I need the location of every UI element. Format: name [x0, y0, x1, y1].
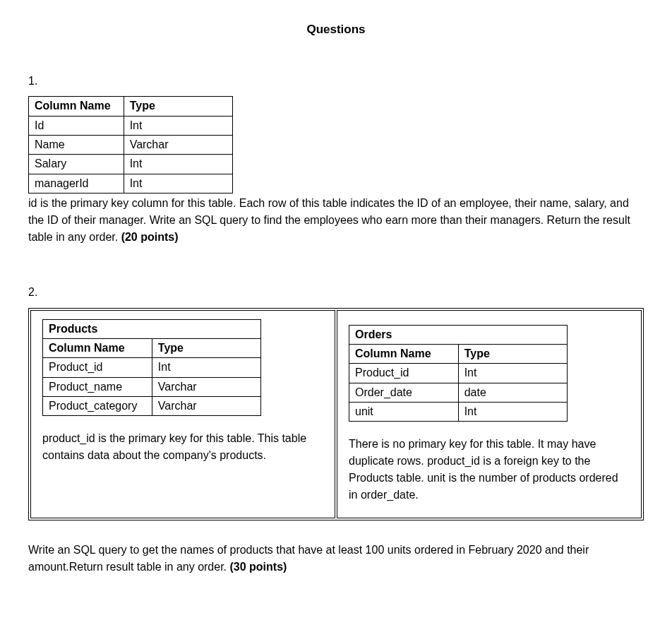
q2-orders-cell: Orders Column Name Type Product_id Int O…	[337, 310, 642, 519]
table-cell: date	[458, 383, 567, 402]
table-cell: Varchar	[124, 135, 232, 154]
q1-desc-text: id is the primary key column for this ta…	[28, 197, 630, 243]
q1-points: (20 points)	[121, 231, 179, 243]
table-header-cell: Column Name	[43, 338, 152, 357]
table-cell: Id	[29, 116, 124, 135]
table-cell: Salary	[29, 155, 124, 174]
table-row: Product_id Int	[349, 364, 568, 383]
table-cell: Product_id	[43, 358, 152, 377]
table-header-cell: Type	[458, 344, 567, 363]
table-cell: Varchar	[152, 377, 260, 396]
table-header-cell: Type	[124, 97, 232, 116]
table-title-cell: Orders	[349, 325, 568, 344]
table-row: managerId Int	[29, 174, 233, 193]
q2-points: (30 points)	[230, 561, 287, 573]
table-header-row: Column Name Type	[29, 97, 233, 116]
table-header-row: Column Name Type	[43, 338, 261, 357]
table-title-cell: Products	[43, 319, 261, 338]
table-cell: Int	[152, 358, 260, 377]
q2-desc-text: Write an SQL query to get the names of p…	[28, 544, 589, 573]
table-row: Name Varchar	[29, 135, 233, 154]
products-schema-table: Products Column Name Type Product_id Int…	[42, 319, 261, 417]
orders-desc: There is no primary key for this table. …	[349, 436, 630, 504]
table-header-cell: Column Name	[349, 344, 459, 363]
table-header-cell: Type	[152, 338, 260, 357]
table-cell: Name	[29, 135, 124, 154]
table-header-cell: Column Name	[29, 97, 124, 116]
table-cell: managerId	[29, 174, 124, 193]
question-1: 1. Column Name Type Id Int Name Varchar …	[28, 73, 644, 246]
table-row: Product_category Varchar	[43, 397, 261, 416]
q1-description: id is the primary key column for this ta…	[28, 195, 644, 246]
table-header-row: Column Name Type	[349, 344, 568, 363]
table-title-row: Products	[43, 319, 261, 338]
q1-schema-table: Column Name Type Id Int Name Varchar Sal…	[28, 96, 233, 194]
table-cell: Varchar	[152, 397, 260, 416]
table-row: Product_name Varchar	[43, 377, 261, 396]
table-cell: Int	[458, 364, 567, 383]
q2-description: Write an SQL query to get the names of p…	[28, 542, 644, 576]
table-title-row: Orders	[349, 325, 568, 344]
products-desc: product_id is the primary key for this t…	[42, 430, 323, 464]
question-1-number: 1.	[28, 73, 644, 89]
table-row: Id Int	[29, 116, 233, 135]
table-cell: Product_category	[43, 397, 152, 416]
q2-products-cell: Products Column Name Type Product_id Int…	[30, 310, 335, 519]
table-row: Product_id Int	[43, 358, 261, 377]
table-cell: Product_id	[349, 364, 459, 383]
table-cell: Int	[124, 155, 232, 174]
table-cell: unit	[349, 403, 459, 422]
page-title: Questions	[28, 21, 644, 38]
table-cell: Int	[124, 116, 232, 135]
table-row: unit Int	[349, 403, 568, 422]
table-row: Order_date date	[349, 383, 568, 402]
table-cell: Product_name	[43, 377, 152, 396]
table-row: Salary Int	[29, 155, 233, 174]
orders-schema-table: Orders Column Name Type Product_id Int O…	[349, 325, 568, 422]
table-cell: Int	[458, 403, 567, 422]
question-2-number: 2.	[28, 285, 644, 300]
table-cell: Int	[124, 174, 232, 193]
q2-outer-table: Products Column Name Type Product_id Int…	[28, 308, 644, 521]
table-cell: Order_date	[349, 383, 459, 402]
